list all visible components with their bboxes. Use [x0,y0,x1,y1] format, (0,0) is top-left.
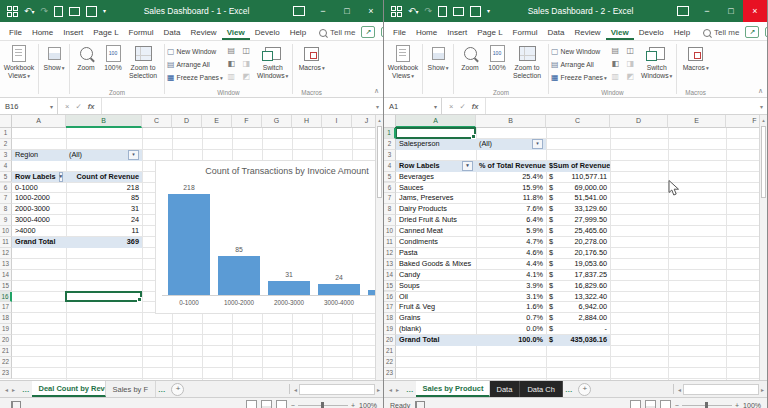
filter-dropdown-icon[interactable]: ▾ [532,139,543,149]
pivot-cell[interactable]: 31 [66,204,142,215]
selected-cell-A1[interactable] [395,127,476,139]
show-button[interactable]: Show [41,44,67,73]
column-header-H[interactable]: H [292,115,322,128]
pivot-data-row[interactable]: Baked Goods & Mixes4.4%$19,053.60 [396,259,610,270]
share-icon[interactable]: ↗ [361,26,375,38]
pivot-cell[interactable]: 6.4% [476,215,546,226]
scroll-right-icon[interactable]: ▸ [377,386,380,393]
zoom-out-icon[interactable]: − [291,402,295,408]
pivot-header-row[interactable]: Row Labels▾Count of Revenue [12,172,142,183]
ribbon-tab-formul[interactable]: Formul [124,26,159,40]
pivot-cell[interactable]: Baked Goods & Mixes [396,259,476,270]
column-header-A[interactable]: A [12,115,66,128]
pivot-data-row[interactable]: Oil3.1%$13,322.40 [396,292,610,303]
column-header-B[interactable]: B [66,115,142,128]
ribbon-tab-develo[interactable]: Develo [250,26,285,40]
pivot-cell[interactable]: $19,053.60 [546,259,610,270]
pivot-cell[interactable]: $20,278.00 [546,237,610,248]
filter-value-cell[interactable]: (All)▾ [66,150,142,161]
row-header-7[interactable]: 7 [384,193,396,204]
pivot-cell[interactable]: $27,999.50 [546,215,610,226]
column-header-B[interactable]: B [476,115,546,128]
horizontal-scrollbar[interactable]: ◂▸ [287,384,383,395]
pivot-data-row[interactable]: Grains0.7%$2,884.00 [396,313,610,324]
row-header-6[interactable]: 6 [384,183,396,194]
open-button[interactable] [69,7,80,16]
insert-function-icon[interactable]: fx [88,102,95,111]
filter-value-cell[interactable]: (All)▾ [476,139,546,150]
row-header-11[interactable]: 11 [0,237,12,248]
comments-icon[interactable] [765,27,767,37]
row-header-20[interactable]: 20 [384,335,396,346]
zoom-level[interactable]: 100% [743,402,761,408]
new-file-button[interactable] [54,6,63,17]
ribbon-display-options-button[interactable] [287,0,311,22]
more-sheets-icon[interactable]: … [563,381,575,397]
row-header-1[interactable]: 1 [0,128,12,139]
row-header-5[interactable]: 5 [384,172,396,183]
sheet-tab-data-ch[interactable]: Data Ch [520,381,563,397]
column-header-I[interactable]: I [322,115,352,128]
more-sheets-icon[interactable]: … [404,381,416,397]
cancel-icon[interactable]: × [449,102,453,111]
select-all-corner[interactable] [0,115,12,128]
collapse-ribbon-icon[interactable]: ∧ [758,87,763,95]
row-header-16[interactable]: 16 [384,292,396,303]
pivot-header-row[interactable]: Row Labels▾% of Total Revenue$Sum of Rev… [396,161,610,172]
row-header-22[interactable]: 22 [384,357,396,368]
save-button[interactable] [470,6,481,17]
title-bar-1[interactable]: ↶▾ ↷ ▾ Sales Dashboard - 1 - Excel − □ × [0,0,383,22]
scroll-right-icon[interactable]: ▸ [761,386,764,393]
pivot-cell[interactable]: 0.0% [476,324,546,335]
pivot-cell[interactable]: $17,837.25 [546,270,610,281]
maximize-button[interactable]: □ [335,0,359,22]
new-file-button[interactable] [438,6,447,17]
excel-logo-icon[interactable] [7,6,18,17]
pivot-cell[interactable]: 11 [66,226,142,237]
ribbon-tab-help[interactable]: Help [285,26,311,40]
pivot-data-row[interactable]: 0-1000218 [12,183,142,194]
switch-windows-button[interactable]: SwitchWindows [256,44,290,80]
ribbon-tab-data[interactable]: Data [159,26,186,40]
ribbon-tab-page-l[interactable]: Page L [88,26,123,40]
pivot-cell[interactable]: Row Labels▾ [396,161,476,172]
pivot-data-row[interactable]: >400011 [12,226,142,237]
pivot-cell[interactable]: (blank) [396,324,476,335]
vertical-scroll-thumb[interactable] [377,126,382,198]
column-header-F[interactable]: F [232,115,262,128]
page-layout-view-icon[interactable] [261,400,272,408]
ribbon-tab-file[interactable]: File [388,26,411,40]
worksheet-grid[interactable]: ABCDEFSalesperson(All)▾Row Labels▾% of T… [384,115,760,380]
insert-function-icon[interactable]: fx [472,102,479,111]
pivot-cell[interactable]: Grand Total [12,237,66,248]
page-break-view-icon[interactable] [276,400,287,408]
ribbon-tab-insert[interactable]: Insert [58,26,88,40]
formula-input[interactable] [486,98,756,114]
pivot-cell[interactable]: 2000-3000 [12,204,66,215]
pivot-cell[interactable]: >4000 [12,226,66,237]
pivot-cell[interactable]: $6,942.00 [546,302,610,313]
pivot-cell[interactable]: $Sum of Revenue [546,161,610,172]
row-header-5[interactable]: 5 [0,172,12,183]
pivot-cell[interactable]: 3.9% [476,281,546,292]
prev-sheet-icon[interactable]: ◂ [389,386,392,393]
pivot-cell[interactable]: Beverages [396,172,476,183]
new-window-button[interactable]: ▢New Window [551,45,607,57]
row-header-2[interactable]: 2 [384,139,396,150]
ribbon-tab-home[interactable]: Home [27,26,58,40]
row-header-19[interactable]: 19 [0,324,12,335]
grid-cells[interactable]: Region(All)▾Row Labels▾Count of Revenue0… [0,128,376,380]
row-header-9[interactable]: 9 [0,215,12,226]
show-button[interactable]: Show [425,44,451,73]
expand-formula-bar-icon[interactable]: ▾ [372,98,383,114]
page-layout-view-icon[interactable] [645,400,656,408]
minimize-button[interactable]: − [311,0,335,22]
ribbon-tab-data[interactable]: Data [543,26,570,40]
column-header-E[interactable]: E [202,115,232,128]
split-button[interactable]: ▤ [610,45,621,57]
row-header-8[interactable]: 8 [0,204,12,215]
pivot-cell[interactable]: 4.1% [476,270,546,281]
close-button[interactable]: × [743,0,767,22]
pivot-data-row[interactable]: Candy4.1%$17,837.25 [396,270,610,281]
tell-me-search[interactable]: Tell me [695,28,745,40]
